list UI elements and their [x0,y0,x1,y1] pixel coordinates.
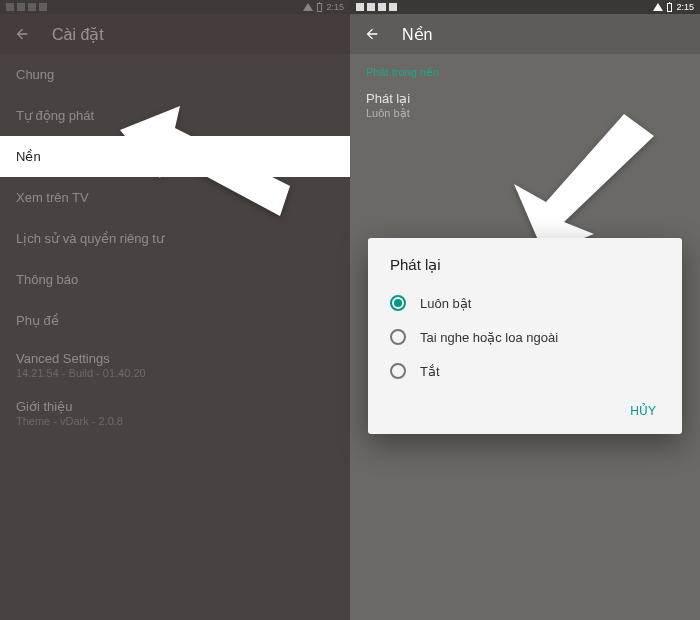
status-time: 2:15 [326,2,344,12]
settings-list: Chung Tự động phát Nền Xem trên TV Lịch … [0,54,350,437]
playback-dialog: Phát lại Luôn bật Tai nghe hoặc loa ngoà… [368,238,682,434]
status-bar: 2:15 [0,0,350,14]
page-title: Cài đặt [52,25,104,44]
radio-option-off[interactable]: Tắt [368,354,682,388]
list-item-nen[interactable]: Nền [0,136,350,177]
dialog-overlay: Phát lại Luôn bật Tai nghe hoặc loa ngoà… [350,0,700,620]
back-icon[interactable] [14,26,30,42]
settings-pane-left: 2:15 Cài đặt Chung Tự động phát Nền Xem … [0,0,350,620]
battery-icon [317,3,322,12]
list-item-thongbao[interactable]: Thông báo [0,259,350,300]
settings-pane-right: 2:15 Nền Phát trong nền Phát lại Luôn bậ… [350,0,700,620]
radio-option-headphones[interactable]: Tai nghe hoặc loa ngoài [368,320,682,354]
list-item-tudongphat[interactable]: Tự động phát [0,95,350,136]
radio-icon [390,363,406,379]
list-item-gioithieu[interactable]: Giới thiệu Theme - vDark - 2.0.8 [0,389,350,437]
header: Cài đặt [0,14,350,54]
list-item-phude[interactable]: Phụ đề [0,300,350,341]
wifi-icon [303,3,313,11]
radio-icon [390,329,406,345]
radio-option-always[interactable]: Luôn bật [368,286,682,320]
radio-icon [390,295,406,311]
list-item-xemtrentv[interactable]: Xem trên TV [0,177,350,218]
dialog-title: Phát lại [368,256,682,286]
list-item-lichsu[interactable]: Lịch sử và quyền riêng tư [0,218,350,259]
list-item-vanced[interactable]: Vanced Settings 14.21.54 - Build - 01.40… [0,341,350,389]
list-item-chung[interactable]: Chung [0,54,350,95]
cancel-button[interactable]: HỦY [622,398,664,424]
